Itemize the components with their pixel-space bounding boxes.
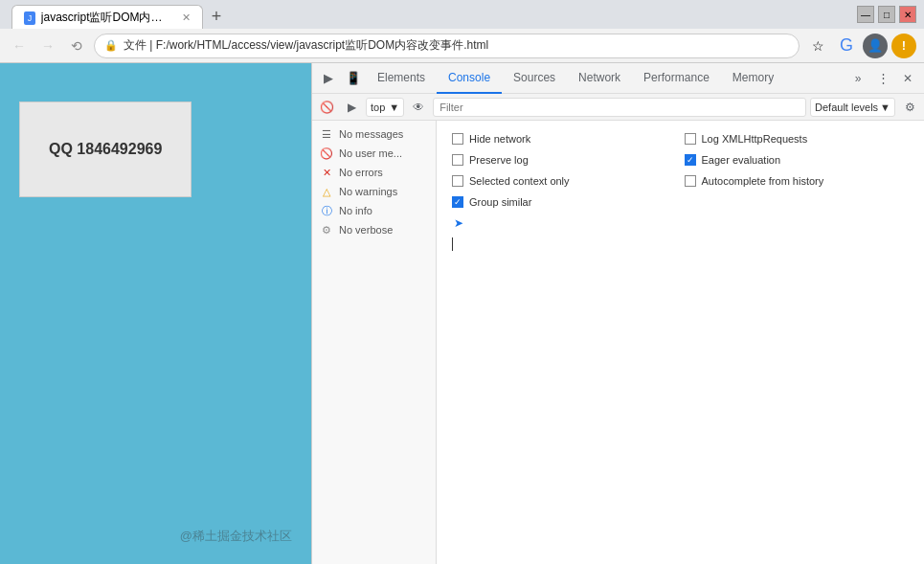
options-right: Log XMLHttpRequests ✓ Eager evaluation A… [681, 128, 913, 213]
new-tab-button[interactable]: + [203, 3, 230, 30]
browser-tab-active[interactable]: J javascript监听DOM内容变事件 ✕ [11, 5, 203, 30]
devtools-close-button[interactable]: ✕ [895, 66, 920, 91]
context-value: top [371, 102, 385, 113]
forward-button[interactable]: → [36, 34, 59, 57]
hide-network-label: Hide network [469, 133, 530, 145]
devtools-settings-button[interactable]: ⋮ [870, 66, 895, 91]
console-clear-button[interactable]: 🚫 [316, 97, 337, 118]
console-gear-button[interactable]: ⚙ [899, 97, 920, 118]
title-bar: J javascript监听DOM内容变事件 ✕ + — □ ✕ [0, 0, 924, 29]
console-toolbar: 🚫 ▶ top ▼ 👁 Default levels ▼ ⚙ [312, 94, 924, 121]
chevron-row: ➤ [448, 213, 913, 234]
tab-favicon: J [24, 11, 35, 25]
profile-button[interactable]: 👤 [863, 34, 888, 58]
info-icon: ⓘ [320, 204, 333, 217]
tab-elements[interactable]: Elements [366, 63, 437, 94]
main-area: QQ 1846492969 @稀土掘金技术社区 ▶ 📱 Elements Con… [0, 63, 924, 564]
url-text: 文件 | F:/work/HTML/access/view/javascript… [124, 37, 789, 54]
console-input-line [448, 234, 913, 255]
preserve-log-label: Preserve log [469, 154, 529, 166]
console-cursor [452, 237, 453, 251]
levels-dropdown-icon: ▼ [880, 102, 890, 113]
log-xhr-checkbox[interactable] [685, 133, 696, 145]
browser-window: J javascript监听DOM内容变事件 ✕ + — □ ✕ ← → ⟲ 🔒… [0, 0, 924, 564]
page-content: QQ 1846492969 @稀土掘金技术社区 [0, 63, 311, 564]
hide-network-checkbox[interactable] [452, 133, 463, 145]
filter-warnings-label: No warnings [339, 186, 397, 197]
watermark: @稀土掘金技术社区 [180, 528, 292, 545]
devtools-more-button[interactable]: » [845, 66, 870, 91]
maximize-button[interactable]: □ [878, 6, 895, 23]
filter-info-label: No info [339, 205, 372, 216]
url-bar[interactable]: 🔒 文件 | F:/work/HTML/access/view/javascri… [94, 34, 800, 58]
console-body: ☰ No messages 🚫 No user me... ✕ No error… [312, 121, 924, 564]
context-dropdown-icon: ▼ [389, 102, 399, 113]
warning-button[interactable]: ! [891, 34, 916, 58]
autocomplete-checkbox[interactable] [685, 175, 696, 187]
qq-label: QQ 1846492969 [49, 141, 162, 157]
close-button[interactable]: ✕ [899, 6, 916, 23]
filter-errors[interactable]: ✕ No errors [312, 163, 436, 182]
option-autocomplete: Autocomplete from history [681, 170, 913, 192]
group-similar-checkbox[interactable]: ✓ [452, 196, 463, 208]
filter-verbose[interactable]: ⚙ No verbose [312, 220, 436, 239]
messages-icon: ☰ [320, 127, 333, 141]
option-group-similar: ✓ Group similar [448, 192, 681, 213]
tab-network[interactable]: Network [567, 63, 632, 94]
selected-context-checkbox[interactable] [452, 175, 463, 187]
filter-input[interactable] [433, 98, 806, 117]
back-button[interactable]: ← [8, 34, 31, 57]
tab-performance[interactable]: Performance [632, 63, 721, 94]
error-icon: ✕ [320, 166, 333, 179]
filter-sidebar: ☰ No messages 🚫 No user me... ✕ No error… [312, 121, 437, 564]
filter-info[interactable]: ⓘ No info [312, 201, 436, 220]
option-preserve-log: Preserve log [448, 149, 681, 170]
filter-errors-label: No errors [339, 167, 383, 178]
devtools-toolbar: ▶ 📱 Elements Console Sources Network Per… [312, 63, 924, 94]
eager-eval-checkbox[interactable]: ✓ [685, 154, 696, 166]
devtools-inspect-button[interactable]: ▶ [316, 66, 341, 91]
tab-memory[interactable]: Memory [721, 63, 785, 94]
filter-user[interactable]: 🚫 No user me... [312, 144, 436, 163]
minimize-button[interactable]: — [857, 6, 874, 23]
devtools-device-button[interactable]: 📱 [341, 66, 366, 91]
filter-user-label: No user me... [339, 147, 402, 159]
verbose-icon: ⚙ [320, 223, 333, 237]
option-eager-eval: ✓ Eager evaluation [681, 149, 913, 170]
options-row: Hide network Preserve log Selected conte… [448, 128, 913, 213]
refresh-button[interactable]: ⟲ [65, 34, 88, 57]
option-log-xhr: Log XMLHttpRequests [681, 128, 913, 149]
warning-icon: △ [320, 185, 333, 198]
bookmark-button[interactable]: ☆ [805, 34, 830, 58]
option-selected-context: Selected context only [448, 170, 681, 192]
url-secure-icon: 🔒 [104, 39, 118, 52]
levels-label: Default levels [815, 102, 878, 113]
options-left: Hide network Preserve log Selected conte… [448, 128, 681, 213]
console-chevron-icon: ➤ [454, 216, 463, 230]
devtools-panel: ▶ 📱 Elements Console Sources Network Per… [311, 63, 924, 564]
tab-close-button[interactable]: ✕ [182, 11, 191, 24]
window-controls: — □ ✕ [857, 6, 916, 23]
profile-google-button[interactable]: G [834, 34, 859, 58]
levels-select[interactable]: Default levels ▼ [810, 98, 895, 117]
group-similar-label: Group similar [469, 196, 531, 208]
user-icon: 🚫 [320, 147, 333, 160]
preserve-log-checkbox[interactable] [452, 154, 463, 166]
address-bar: ← → ⟲ 🔒 文件 | F:/work/HTML/access/view/ja… [0, 29, 924, 63]
filter-warnings[interactable]: △ No warnings [312, 182, 436, 201]
filter-messages[interactable]: ☰ No messages [312, 124, 436, 144]
filter-verbose-label: No verbose [339, 224, 393, 236]
console-filter-button[interactable]: ▶ [341, 97, 362, 118]
qq-box: QQ 1846492969 [19, 102, 192, 197]
tab-title: javascript监听DOM内容变事件 [41, 10, 172, 26]
tab-bar: J javascript监听DOM内容变事件 ✕ + [8, 0, 234, 30]
tab-sources[interactable]: Sources [502, 63, 567, 94]
filter-messages-label: No messages [339, 128, 403, 140]
selected-context-label: Selected context only [469, 175, 570, 187]
options-panel: Hide network Preserve log Selected conte… [437, 121, 924, 564]
tab-console[interactable]: Console [437, 63, 502, 94]
console-eye-button[interactable]: 👁 [408, 97, 429, 118]
eager-eval-label: Eager evaluation [702, 154, 781, 166]
log-xhr-label: Log XMLHttpRequests [702, 133, 808, 145]
context-select[interactable]: top ▼ [366, 98, 404, 117]
